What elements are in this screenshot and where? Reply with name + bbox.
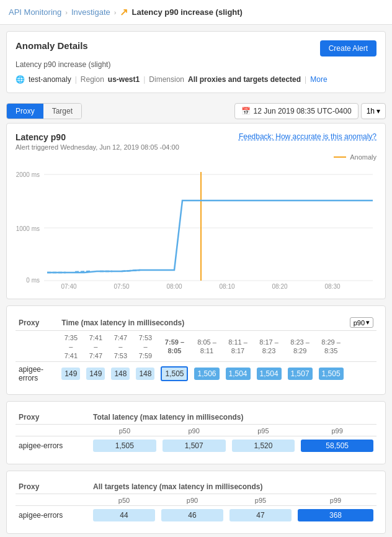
total-value-cell: 1,520 [229, 436, 298, 455]
chart-area: 2000 ms 1000 ms 0 ms 07:40 07:50 08:00 0… [16, 166, 376, 290]
targets-latency-table: Proxy All targets latency (max latency i… [16, 480, 376, 525]
breadcrumb-sep-1: › [65, 9, 68, 16]
svg-text:07:40: 07:40 [61, 283, 76, 290]
time-value-cell: 1,506 [191, 361, 222, 386]
time-value-cell: 1,505 [158, 361, 191, 386]
chart-legend: Anomaly [16, 153, 376, 161]
targets-latency-card: Proxy All targets latency (max latency i… [6, 471, 386, 534]
targets-col-header-3: p99 [295, 494, 376, 505]
create-alert-button[interactable]: Create Alert [320, 40, 376, 56]
more-link[interactable]: More [310, 75, 327, 84]
anomaly-details-card: Anomaly Details Create Alert Latency p90… [6, 31, 386, 93]
time-value-cell: 149 [58, 361, 83, 386]
latency-chart-svg: 2000 ms 1000 ms 0 ms 07:40 07:50 08:00 0… [16, 166, 376, 290]
total-value-cell: 1,505 [90, 436, 159, 455]
svg-text:2000 ms: 2000 ms [16, 171, 40, 178]
total-col-header-1: p90 [159, 424, 229, 436]
anomaly-title: Anomaly Details [16, 40, 88, 51]
tab-group: Proxy Target [6, 103, 82, 119]
anomaly-legend-line [334, 156, 346, 158]
calendar-icon: 📅 [241, 107, 251, 115]
svg-line-14 [75, 271, 91, 272]
anomaly-meta: 🌐 test-anomaly | Region us-west1 | Dimen… [16, 75, 376, 84]
breadcrumb: API Monitoring › Investigate › ↗ Latency… [0, 0, 392, 25]
env-label: test-anomaly [29, 75, 71, 84]
time-table-p90-header[interactable]: p90 ▾ [347, 315, 376, 331]
proxy-name-cell: apigee-errors [16, 361, 58, 386]
total-proxy-header: Proxy [16, 410, 90, 425]
time-col-7: 8:17 –8:23 [254, 331, 285, 362]
svg-text:08:20: 08:20 [272, 283, 287, 290]
svg-text:1000 ms: 1000 ms [16, 225, 40, 232]
targets-col-header-0: p50 [90, 494, 158, 505]
date-label: 12 Jun 2019 08:35 UTC-0400 [254, 107, 352, 115]
proxy-name-cell: apigee-errors [16, 436, 90, 455]
time-col-4: 7:59 –8:05 [158, 331, 191, 362]
time-col-2: 7:47 –7:53 [108, 331, 133, 362]
anomaly-subtitle: Latency p90 increase (slight) [16, 60, 376, 69]
region-value: us-west1 [108, 75, 140, 84]
svg-text:08:10: 08:10 [219, 283, 234, 290]
breadcrumb-api-monitoring[interactable]: API Monitoring [9, 7, 61, 17]
time-value-cell: 1,504 [223, 361, 254, 386]
time-col-9: 8:29 –8:35 [316, 331, 347, 362]
targets-value-cell: 46 [158, 505, 226, 525]
date-picker-button[interactable]: 📅 12 Jun 2019 08:35 UTC-0400 [234, 103, 359, 119]
time-value-cell: 148 [133, 361, 158, 386]
total-col-header-2: p95 [229, 424, 298, 436]
anomaly-header: Anomaly Details Create Alert [16, 40, 376, 56]
globe-icon: 🌐 [16, 75, 25, 84]
svg-text:07:50: 07:50 [114, 283, 129, 290]
table-row: apigee-errors1491491481481,5051,5061,504… [16, 361, 376, 386]
time-value-cell: 1,507 [285, 361, 316, 386]
svg-text:08:30: 08:30 [324, 283, 340, 290]
region-label: Region [81, 75, 104, 84]
time-col-3: 7:53 –7:59 [133, 331, 158, 362]
anomaly-legend-label: Anomaly [350, 153, 376, 161]
time-table-main-header: Time (max latency in milliseconds) [58, 315, 346, 331]
time-value-cell: 148 [108, 361, 133, 386]
dimension-label: Dimension [149, 75, 184, 84]
table-row: apigee-errors1,5051,5071,52058,505 [16, 436, 376, 455]
time-table: Proxy Time (max latency in milliseconds)… [16, 315, 376, 386]
total-col-header-0: p50 [90, 424, 159, 436]
total-main-header: Total latency (max latency in millisecon… [90, 410, 376, 425]
chevron-down-icon: ▾ [376, 107, 380, 115]
svg-text:0 ms: 0 ms [26, 277, 40, 284]
time-table-proxy-header: Proxy [16, 315, 58, 331]
breadcrumb-current: ↗ Latency p90 increase (slight) [120, 6, 242, 18]
time-value-cell: 149 [83, 361, 108, 386]
chart-title: Latency p90 [16, 132, 179, 142]
chevron-down-icon: ▾ [366, 318, 370, 327]
total-col-header-3: p99 [298, 424, 376, 436]
feedback-link[interactable]: Feedback: How accurate is this anomaly? [239, 132, 376, 141]
breadcrumb-investigate[interactable]: Investigate [71, 7, 110, 17]
chart-header: Latency p90 Alert triggered Wednesday, J… [16, 132, 376, 151]
duration-label: 1h [367, 107, 375, 115]
time-col-5: 8:05 –8:11 [191, 331, 222, 362]
targets-col-header-2: p95 [226, 494, 295, 505]
time-col-1: 7:41 –7:47 [83, 331, 108, 362]
time-col-0: 7:35 –7:41 [58, 331, 83, 362]
targets-proxy-header: Proxy [16, 480, 90, 494]
breadcrumb-sep-2: › [114, 9, 117, 16]
targets-value-cell: 368 [295, 505, 376, 525]
time-table-card: Proxy Time (max latency in milliseconds)… [6, 305, 386, 395]
targets-value-cell: 47 [226, 505, 295, 525]
date-range: 📅 12 Jun 2019 08:35 UTC-0400 1h ▾ [234, 103, 386, 119]
proxy-name-cell: apigee-errors [16, 505, 90, 525]
targets-col-header-1: p90 [158, 494, 226, 505]
time-col-6: 8:11 –8:17 [223, 331, 254, 362]
duration-button[interactable]: 1h ▾ [361, 103, 386, 119]
targets-main-header: All targets latency (max latency in mill… [90, 480, 376, 494]
tab-proxy[interactable]: Proxy [7, 104, 43, 119]
time-value-cell: 1,504 [254, 361, 285, 386]
total-latency-table: Proxy Total latency (max latency in mill… [16, 410, 376, 455]
tab-target[interactable]: Target [43, 104, 81, 119]
total-value-cell: 58,505 [298, 436, 376, 455]
p90-sort-button[interactable]: p90 ▾ [350, 317, 373, 328]
total-value-cell: 1,507 [159, 436, 229, 455]
chart-subtitle: Alert triggered Wednesday, Jun 12, 2019 … [16, 143, 179, 151]
total-latency-card: Proxy Total latency (max latency in mill… [6, 401, 386, 464]
latency-chart-card: Latency p90 Alert triggered Wednesday, J… [6, 123, 386, 299]
